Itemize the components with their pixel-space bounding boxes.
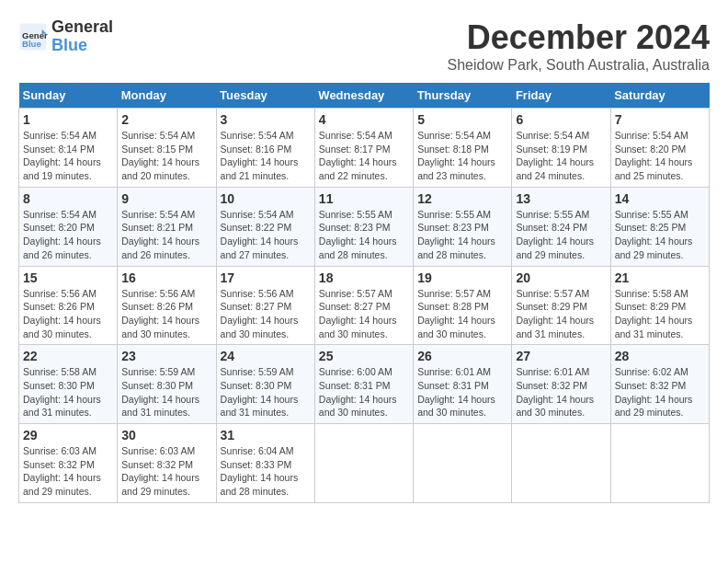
day-number: 18 — [319, 270, 409, 285]
col-header-sunday: Sunday — [19, 83, 118, 109]
day-info: Sunrise: 5:54 AMSunset: 8:21 PMDaylight:… — [121, 208, 211, 262]
empty-cell — [314, 424, 413, 503]
day-cell-12: 12Sunrise: 5:55 AMSunset: 8:23 PMDayligh… — [414, 187, 512, 266]
calendar-table: SundayMondayTuesdayWednesdayThursdayFrid… — [18, 83, 710, 503]
day-number: 16 — [121, 270, 211, 285]
day-cell-1: 1Sunrise: 5:54 AMSunset: 8:14 PMDaylight… — [19, 109, 118, 188]
location-title: Sheidow Park, South Australia, Australia — [448, 57, 711, 74]
day-info: Sunrise: 6:01 AMSunset: 8:32 PMDaylight:… — [516, 365, 606, 419]
day-number: 1 — [23, 112, 113, 127]
day-info: Sunrise: 6:01 AMSunset: 8:31 PMDaylight:… — [417, 365, 507, 419]
logo-text: General Blue — [51, 18, 113, 55]
day-info: Sunrise: 5:56 AMSunset: 8:27 PMDaylight:… — [221, 287, 311, 341]
day-number: 4 — [319, 112, 409, 127]
day-info: Sunrise: 5:59 AMSunset: 8:30 PMDaylight:… — [221, 365, 311, 419]
logo-icon: General Blue — [18, 22, 48, 52]
day-info: Sunrise: 5:55 AMSunset: 8:23 PMDaylight:… — [417, 208, 507, 262]
day-number: 17 — [221, 270, 311, 285]
day-info: Sunrise: 5:54 AMSunset: 8:20 PMDaylight:… — [23, 208, 113, 262]
day-cell-14: 14Sunrise: 5:55 AMSunset: 8:25 PMDayligh… — [610, 187, 709, 266]
day-number: 5 — [417, 112, 507, 127]
day-cell-24: 24Sunrise: 5:59 AMSunset: 8:30 PMDayligh… — [216, 345, 314, 424]
day-number: 3 — [221, 112, 311, 127]
day-cell-29: 29Sunrise: 6:03 AMSunset: 8:32 PMDayligh… — [19, 424, 118, 503]
day-cell-28: 28Sunrise: 6:02 AMSunset: 8:32 PMDayligh… — [610, 345, 709, 424]
day-info: Sunrise: 5:56 AMSunset: 8:26 PMDaylight:… — [23, 287, 113, 341]
day-cell-8: 8Sunrise: 5:54 AMSunset: 8:20 PMDaylight… — [19, 187, 118, 266]
day-cell-31: 31Sunrise: 6:04 AMSunset: 8:33 PMDayligh… — [216, 424, 314, 503]
col-header-friday: Friday — [512, 83, 610, 109]
day-cell-13: 13Sunrise: 5:55 AMSunset: 8:24 PMDayligh… — [512, 187, 610, 266]
col-header-thursday: Thursday — [414, 83, 512, 109]
day-number: 25 — [319, 349, 409, 363]
day-number: 14 — [615, 191, 705, 206]
day-info: Sunrise: 5:55 AMSunset: 8:24 PMDaylight:… — [516, 208, 606, 262]
day-info: Sunrise: 5:54 AMSunset: 8:19 PMDaylight:… — [516, 129, 606, 183]
day-cell-22: 22Sunrise: 5:58 AMSunset: 8:30 PMDayligh… — [19, 345, 118, 424]
day-info: Sunrise: 5:59 AMSunset: 8:30 PMDaylight:… — [121, 365, 211, 419]
day-cell-27: 27Sunrise: 6:01 AMSunset: 8:32 PMDayligh… — [512, 345, 610, 424]
day-number: 30 — [121, 428, 211, 442]
day-number: 24 — [221, 349, 311, 363]
day-info: Sunrise: 5:54 AMSunset: 8:20 PMDaylight:… — [615, 129, 705, 183]
logo: General Blue General Blue — [18, 18, 113, 55]
day-number: 10 — [221, 191, 311, 206]
day-cell-19: 19Sunrise: 5:57 AMSunset: 8:28 PMDayligh… — [414, 266, 512, 345]
day-cell-15: 15Sunrise: 5:56 AMSunset: 8:26 PMDayligh… — [19, 266, 118, 345]
col-header-monday: Monday — [118, 83, 216, 109]
day-info: Sunrise: 5:54 AMSunset: 8:15 PMDaylight:… — [121, 129, 211, 183]
week-row-3: 15Sunrise: 5:56 AMSunset: 8:26 PMDayligh… — [19, 266, 710, 345]
col-header-wednesday: Wednesday — [314, 83, 413, 109]
day-cell-26: 26Sunrise: 6:01 AMSunset: 8:31 PMDayligh… — [414, 345, 512, 424]
logo-general: General — [51, 17, 113, 36]
day-number: 29 — [23, 428, 113, 442]
day-info: Sunrise: 5:54 AMSunset: 8:17 PMDaylight:… — [319, 129, 409, 183]
day-cell-2: 2Sunrise: 5:54 AMSunset: 8:15 PMDaylight… — [118, 109, 216, 188]
day-number: 27 — [516, 349, 606, 363]
day-number: 13 — [516, 191, 606, 206]
empty-cell — [512, 424, 610, 503]
day-info: Sunrise: 5:54 AMSunset: 8:22 PMDaylight:… — [221, 208, 311, 262]
day-info: Sunrise: 5:54 AMSunset: 8:18 PMDaylight:… — [417, 129, 507, 183]
week-row-4: 22Sunrise: 5:58 AMSunset: 8:30 PMDayligh… — [19, 345, 710, 424]
title-section: December 2024 Sheidow Park, South Austra… — [448, 18, 711, 74]
empty-cell — [414, 424, 512, 503]
week-row-5: 29Sunrise: 6:03 AMSunset: 8:32 PMDayligh… — [19, 424, 710, 503]
day-number: 9 — [121, 191, 211, 206]
day-info: Sunrise: 5:56 AMSunset: 8:26 PMDaylight:… — [121, 287, 211, 341]
day-cell-17: 17Sunrise: 5:56 AMSunset: 8:27 PMDayligh… — [216, 266, 314, 345]
day-cell-16: 16Sunrise: 5:56 AMSunset: 8:26 PMDayligh… — [118, 266, 216, 345]
day-info: Sunrise: 5:54 AMSunset: 8:16 PMDaylight:… — [221, 129, 311, 183]
day-cell-7: 7Sunrise: 5:54 AMSunset: 8:20 PMDaylight… — [610, 109, 709, 188]
day-number: 11 — [319, 191, 409, 206]
day-cell-11: 11Sunrise: 5:55 AMSunset: 8:23 PMDayligh… — [314, 187, 413, 266]
day-info: Sunrise: 5:57 AMSunset: 8:27 PMDaylight:… — [319, 287, 409, 341]
day-info: Sunrise: 5:57 AMSunset: 8:28 PMDaylight:… — [417, 287, 507, 341]
week-row-2: 8Sunrise: 5:54 AMSunset: 8:20 PMDaylight… — [19, 187, 710, 266]
day-cell-9: 9Sunrise: 5:54 AMSunset: 8:21 PMDaylight… — [118, 187, 216, 266]
day-number: 23 — [121, 349, 211, 363]
day-info: Sunrise: 5:55 AMSunset: 8:23 PMDaylight:… — [319, 208, 409, 262]
day-number: 26 — [417, 349, 507, 363]
col-header-saturday: Saturday — [610, 83, 709, 109]
day-info: Sunrise: 6:02 AMSunset: 8:32 PMDaylight:… — [615, 365, 705, 419]
day-number: 20 — [516, 270, 606, 285]
day-cell-10: 10Sunrise: 5:54 AMSunset: 8:22 PMDayligh… — [216, 187, 314, 266]
day-cell-6: 6Sunrise: 5:54 AMSunset: 8:19 PMDaylight… — [512, 109, 610, 188]
day-cell-30: 30Sunrise: 6:03 AMSunset: 8:32 PMDayligh… — [118, 424, 216, 503]
day-cell-23: 23Sunrise: 5:59 AMSunset: 8:30 PMDayligh… — [118, 345, 216, 424]
day-cell-21: 21Sunrise: 5:58 AMSunset: 8:29 PMDayligh… — [610, 266, 709, 345]
day-number: 21 — [615, 270, 705, 285]
empty-cell — [610, 424, 709, 503]
day-info: Sunrise: 5:57 AMSunset: 8:29 PMDaylight:… — [516, 287, 606, 341]
day-number: 19 — [417, 270, 507, 285]
day-number: 7 — [615, 112, 705, 127]
day-info: Sunrise: 5:58 AMSunset: 8:29 PMDaylight:… — [615, 287, 705, 341]
day-cell-20: 20Sunrise: 5:57 AMSunset: 8:29 PMDayligh… — [512, 266, 610, 345]
day-info: Sunrise: 5:55 AMSunset: 8:25 PMDaylight:… — [615, 208, 705, 262]
day-number: 8 — [23, 191, 113, 206]
day-info: Sunrise: 5:58 AMSunset: 8:30 PMDaylight:… — [23, 365, 113, 419]
day-cell-25: 25Sunrise: 6:00 AMSunset: 8:31 PMDayligh… — [314, 345, 413, 424]
svg-text:Blue: Blue — [22, 39, 41, 49]
day-cell-3: 3Sunrise: 5:54 AMSunset: 8:16 PMDaylight… — [216, 109, 314, 188]
